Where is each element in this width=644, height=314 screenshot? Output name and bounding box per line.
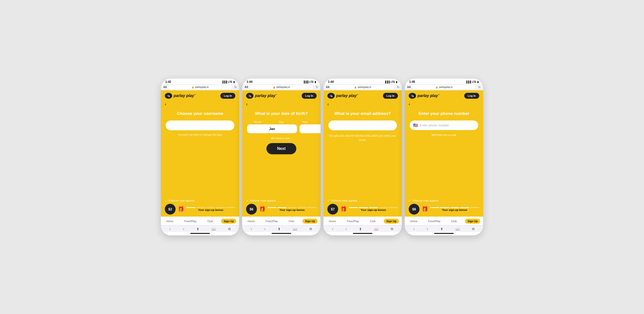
browser-url-bar[interactable]: 🔒 parlayplay.io (331, 85, 394, 89)
progress-bars (268, 207, 316, 208)
check-icon: ✓ (409, 199, 411, 202)
back-nav-icon[interactable]: ‹ (251, 227, 252, 231)
bookmarks-icon[interactable]: 📖 (293, 227, 297, 231)
browser-aa[interactable]: AA (244, 86, 248, 88)
progress-bar-1 (359, 207, 368, 208)
next-button[interactable]: Next (266, 143, 296, 154)
refresh-icon[interactable]: ↻ (316, 86, 318, 89)
nav-item-signup[interactable]: Sign Up (221, 219, 236, 224)
progress-bar-0 (186, 207, 196, 208)
progress-bar-2 (206, 207, 216, 208)
home-bar (272, 233, 291, 234)
nav-item-free2play[interactable]: Free2Play (426, 219, 443, 224)
nav-item-home[interactable]: Home (245, 219, 257, 224)
share-icon[interactable]: ⬆ (196, 227, 199, 231)
browser-aa[interactable]: AA (326, 86, 329, 88)
username-input[interactable] (166, 120, 234, 130)
browser-url-bar[interactable]: 🔒 parlayplay.io (250, 85, 313, 89)
tabs-icon[interactable]: ⧉ (228, 227, 231, 231)
logo-icon: 🎭 (246, 93, 254, 99)
us-flag-icon: 🇺🇸 (413, 123, 418, 128)
nav-item-home[interactable]: Home (326, 219, 338, 224)
dob-label-row: Month Day Year (247, 120, 316, 124)
share-icon[interactable]: ⬆ (278, 227, 280, 231)
month-input[interactable] (247, 124, 297, 133)
share-icon[interactable]: ⬆ (440, 227, 443, 231)
treasure-icon: 🎁 (422, 206, 428, 212)
bookmarks-icon[interactable]: 📖 (456, 227, 460, 231)
nav-item-club[interactable]: Club (449, 219, 459, 224)
bookmarks-icon[interactable]: 📖 (374, 227, 378, 231)
tabs-icon[interactable]: ⧉ (472, 227, 474, 231)
refresh-icon[interactable]: ↻ (234, 86, 237, 89)
tabs-icon[interactable]: ⧉ (391, 227, 393, 231)
dob-inputs (247, 124, 316, 133)
logo-icon: 🎭 (328, 93, 335, 99)
browser-bar: AA 🔒 parlayplay.io ↻ (324, 84, 402, 90)
login-button[interactable]: Log In (383, 93, 398, 99)
nav-item-club[interactable]: Club (205, 219, 216, 224)
progress-bar-0 (349, 207, 358, 208)
phone-placeholder: Enter phone number (420, 124, 449, 127)
nav-item-signup[interactable]: Sign Up (384, 219, 399, 224)
nav-item-home[interactable]: Home (408, 219, 420, 224)
back-button[interactable]: ‹ (161, 101, 239, 109)
forward-nav-icon[interactable]: › (264, 227, 266, 231)
logo-icon: 🎭 (165, 93, 172, 99)
nav-item-signup[interactable]: Sign Up (465, 219, 480, 224)
browser-bottom: ‹ › ⬆ 📖 ⧉ (242, 225, 320, 232)
home-indicator (161, 232, 239, 236)
tabs-icon[interactable]: ⧉ (310, 227, 312, 231)
login-button[interactable]: Log In (302, 93, 316, 99)
back-nav-icon[interactable]: ‹ (170, 227, 171, 231)
home-indicator (405, 232, 483, 236)
bottom-nav: HomeFree2PlayClubSign Up (161, 216, 239, 225)
login-button[interactable]: Log In (464, 93, 479, 99)
progress-bar-4 (388, 207, 398, 208)
back-nav-icon[interactable]: ‹ (332, 227, 333, 231)
bottom-nav: HomeFree2PlayClubSign Up (242, 216, 320, 225)
back-button[interactable]: ‹ (405, 101, 483, 109)
check-icon: ✓ (246, 199, 248, 202)
share-icon[interactable]: ⬆ (359, 227, 362, 231)
nav-item-club[interactable]: Club (368, 219, 378, 224)
day-input[interactable] (300, 124, 320, 133)
referral-row: ✓ Referral code applied (409, 199, 479, 202)
back-nav-icon[interactable]: ‹ (413, 227, 414, 231)
progress-bar-1 (440, 207, 449, 208)
app-content: 🎭 parlay play™ Log In ‹ Enter your phone… (405, 90, 483, 216)
status-icons: ▐▐▐ LTE ▮ (466, 80, 479, 83)
login-button[interactable]: Log In (220, 93, 235, 99)
nav-item-free2play[interactable]: Free2Play (182, 219, 199, 224)
home-bar (434, 233, 454, 234)
phone-frame-screen2: 1:44 ▐▐▐ LTE ▮ AA 🔒 parlayplay.io ↻ � (242, 78, 320, 236)
browser-aa[interactable]: AA (407, 86, 411, 88)
bonus-label: Your sign-up bonus (268, 208, 316, 211)
battery-icon: ▮ (233, 80, 235, 83)
refresh-icon[interactable]: ↻ (397, 86, 400, 89)
nav-item-free2play[interactable]: Free2Play (344, 219, 362, 224)
screens-container: 1:42 ▐▐▐ LTE ▮ AA 🔒 parlayplay.io ↻ � (156, 74, 488, 240)
email-input[interactable] (328, 120, 397, 130)
home-bar (353, 233, 372, 234)
browser-url-bar[interactable]: 🔒 parlayplay.io (168, 85, 232, 89)
bookmarks-icon[interactable]: 📖 (212, 227, 216, 231)
browser-aa[interactable]: AA (163, 86, 167, 88)
phone-input-wrap[interactable]: 🇺🇸 Enter phone number (410, 120, 478, 130)
progress-bar-1 (196, 207, 206, 208)
nav-item-signup[interactable]: Sign Up (302, 219, 318, 224)
browser-url: parlayplay.io (276, 86, 290, 88)
forward-nav-icon[interactable]: › (427, 227, 428, 231)
lte-label: LTE (390, 80, 395, 83)
forward-nav-icon[interactable]: › (346, 227, 347, 231)
forward-nav-icon[interactable]: › (183, 227, 184, 231)
back-button[interactable]: ‹ (324, 101, 402, 109)
nav-item-home[interactable]: Home (164, 219, 176, 224)
nav-item-free2play[interactable]: Free2Play (263, 219, 280, 224)
bonus-badge-row: $2 🎁 Your sign-up bonus (165, 204, 235, 214)
browser-url-bar[interactable]: 🔒 parlayplay.io (412, 85, 476, 89)
back-button[interactable]: ‹ (242, 101, 320, 109)
nav-item-club[interactable]: Club (286, 219, 297, 224)
refresh-icon[interactable]: ↻ (478, 86, 481, 89)
logo-area: 🎭 parlay play™ (409, 93, 440, 99)
